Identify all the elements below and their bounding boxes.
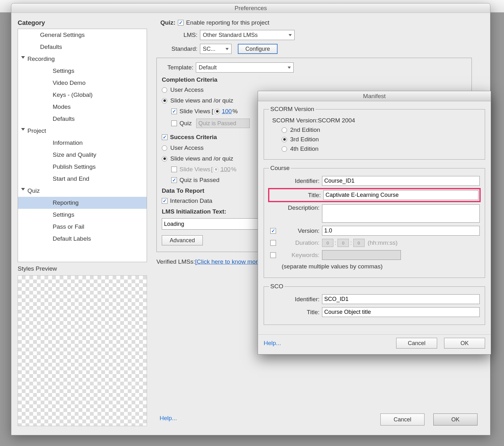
standard-select[interactable]: SC... [200,44,231,54]
interaction-data-label: Interaction Data [170,197,212,204]
category-label: Category [18,19,45,26]
category-tree: General Settings Defaults Recording Sett… [18,29,147,262]
tree-recording-label: Recording [27,56,55,62]
completion-slideviews-pct-radio[interactable] [214,109,220,114]
completion-slideviews-pct-value[interactable]: 100 [222,108,232,115]
duration-ss [353,239,365,247]
duration-mm [337,239,349,247]
success-slideviews-pct-unit: % [231,166,237,173]
tree-quiz-passfail[interactable]: Pass or Fail [18,221,147,233]
tree-quiz-settings[interactable]: Settings [18,209,147,221]
enable-reporting-label: Enable reporting for this project [186,19,269,26]
success-slideviews-checkbox[interactable] [171,167,177,172]
tree-project-size[interactable]: Size and Quality [18,149,147,161]
tree-recording-settings[interactable]: Settings [18,65,147,77]
template-label: Template: [162,64,193,71]
scorm-version-group: SCORM Version SCORM Version: SCORM 2004 … [264,106,485,160]
scorm-version-label: SCORM Version: [272,117,318,124]
lms-select-value: Other Standard LMSs [203,32,258,38]
course-version-checkbox[interactable] [270,228,276,234]
completion-slidequiz-radio[interactable] [162,98,167,103]
scorm-version-value: SCORM 2004 [318,117,355,124]
styles-preview-label: Styles Preview [18,265,57,272]
lms-init-input[interactable] [162,218,263,230]
success-quiz-passed-checkbox[interactable] [171,177,177,183]
prefs-cancel-label: Cancel [394,416,411,423]
enable-reporting-checkbox[interactable] [178,20,184,26]
tree-quiz-labels[interactable]: Default Labels [18,233,147,245]
triangle-down-icon [21,128,25,131]
verified-lms-link[interactable]: [Click here to know more] [195,258,263,265]
completion-user-access-radio[interactable] [162,87,167,93]
course-version-input[interactable] [322,226,480,236]
course-description-input[interactable] [322,204,480,223]
tree-project-publish[interactable]: Publish Settings [18,161,147,173]
course-group: Course Identifier: Title: Description: V… [264,165,485,278]
triangle-down-icon [21,188,25,191]
course-identifier-label: Identifier: [269,178,319,185]
tree-recording[interactable]: Recording [18,53,147,65]
success-quiz-passed-label: Quiz is Passed [179,177,220,184]
duration-hh [322,239,333,247]
tree-quiz[interactable]: Quiz [18,185,147,197]
course-duration-label: Duration: [278,239,319,246]
course-title-input[interactable] [323,190,478,200]
advanced-button[interactable]: Advanced [162,235,203,245]
edition-3-radio[interactable] [282,137,287,142]
tree-recording-defaults[interactable]: Defaults [18,113,147,125]
duration-format-label: (hh:mm:ss) [368,239,398,246]
completion-user-access-label: User Access [170,86,204,93]
sco-identifier-input[interactable] [322,294,480,304]
success-slideviews-label: Slide Views [179,166,210,173]
success-criteria-checkbox[interactable] [162,134,167,140]
tree-project-information[interactable]: Information [18,137,147,149]
completion-quiz-checkbox[interactable] [171,120,177,126]
course-duration-checkbox[interactable] [270,240,276,246]
sco-legend: SCO [269,283,284,290]
course-keywords-checkbox[interactable] [270,252,276,258]
tree-defaults[interactable]: Defaults [18,41,147,53]
triangle-down-icon [21,56,25,59]
tree-recording-keys[interactable]: Keys - (Global) [18,89,147,101]
completion-slideviews-label: Slide Views [179,108,210,115]
manifest-cancel-button[interactable]: Cancel [396,338,437,349]
completion-quiz-label: Quiz [179,120,192,127]
edition-4-label: 4th Edition [290,145,319,152]
tree-general-settings[interactable]: General Settings [18,29,147,41]
lms-label: LMS: [156,32,197,38]
lms-select[interactable]: Other Standard LMSs [200,30,295,40]
course-title-label: Title: [270,192,321,199]
course-keywords-input [322,250,401,260]
tree-project-startend[interactable]: Start and End [18,173,147,185]
template-select[interactable]: Default [196,62,294,73]
manifest-window: Manifest SCORM Version SCORM Version: SC… [258,91,491,355]
preferences-title: Preferences [11,3,490,13]
verified-lms-label: Verified LMSs: [156,258,195,265]
manifest-ok-button[interactable]: OK [444,338,485,349]
edition-2-radio[interactable] [282,127,287,133]
edition-4-radio[interactable] [282,146,287,152]
tree-quiz-reporting[interactable]: Reporting [18,197,147,209]
standard-label: Standard: [156,45,197,52]
prefs-help-link[interactable]: Help... [160,415,177,422]
tree-recording-video-demo[interactable]: Video Demo [18,77,147,89]
template-select-value: Default [199,64,217,71]
course-title-highlight: Title: [268,188,481,202]
tree-project[interactable]: Project [18,125,147,137]
sco-title-label: Title: [269,309,319,316]
manifest-ok-label: OK [460,340,469,347]
interaction-data-checkbox[interactable] [162,198,167,204]
prefs-cancel-button[interactable]: Cancel [380,414,425,425]
completion-slideviews-checkbox[interactable] [171,109,177,114]
styles-preview [18,275,147,426]
course-identifier-input[interactable] [322,176,480,186]
edition-3-label: 3rd Edition [290,136,319,143]
tree-recording-modes[interactable]: Modes [18,101,147,113]
sco-title-input[interactable] [322,307,480,317]
tree-project-label: Project [27,127,46,134]
success-user-access-radio[interactable] [162,145,167,151]
configure-button[interactable]: Configure [238,44,278,54]
manifest-help-link[interactable]: Help... [264,340,281,347]
prefs-ok-button[interactable]: OK [433,414,478,425]
success-slidequiz-radio[interactable] [162,156,167,161]
